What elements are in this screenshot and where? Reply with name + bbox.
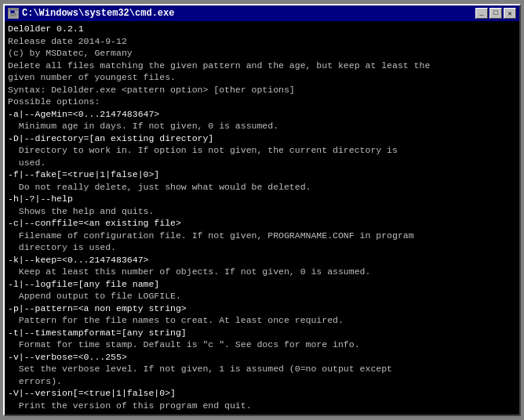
terminal-line: Filename of configuration file. If not g… [8, 230, 516, 242]
minimize-button[interactable]: _ [475, 8, 488, 19]
terminal-line: (c) by MSDatec, Germany [8, 47, 516, 60]
terminal-line: -a|--AgeMin=<0...2147483647> [8, 108, 516, 121]
terminal-line: Directory to work in. If option is not g… [8, 144, 516, 157]
window-title: C:\Windows\system32\cmd.exe [22, 8, 174, 19]
terminal-line: directory is used. [8, 241, 516, 254]
terminal-line: -k|--keep=<0...2147483647> [8, 254, 516, 266]
terminal-line: -h|-?|--help [8, 193, 516, 205]
terminal-line: -v|--verbose=<0...255> [8, 351, 516, 364]
terminal-line: Set the verbose level. If not given, 1 i… [8, 363, 516, 375]
svg-rect-1 [10, 10, 15, 13]
terminal-line: Print the version of this program end qu… [8, 400, 516, 412]
terminal-line: errors). [8, 375, 516, 388]
terminal-line: Append output to file LOGFILE. [8, 290, 516, 302]
title-bar: C:\Windows\system32\cmd.exe _ □ ✕ [5, 5, 519, 21]
title-buttons: _ □ ✕ [475, 8, 516, 19]
terminal-line: Syntax: Del0lder.exe <pattern option> [o… [8, 84, 516, 96]
terminal-line: Delete all files matching the given patt… [8, 60, 516, 72]
terminal-line: Del0lder 0.2.1 [8, 23, 516, 35]
close-button[interactable]: ✕ [504, 8, 516, 19]
terminal-line: -f|--fake[=<true|1|false|0>] [8, 168, 516, 181]
terminal-line: Keep at least this number of objects. If… [8, 266, 516, 278]
terminal-line: Pattern for the file names to creat. At … [8, 314, 516, 327]
terminal-line: Minimum age in days. If not given, 0 is … [8, 120, 516, 132]
terminal-line: -l|--logfile=[any file name] [8, 278, 516, 291]
cmd-window: C:\Windows\system32\cmd.exe _ □ ✕ Del0ld… [3, 4, 521, 416]
terminal-line: -p|--pattern=<a non empty string> [8, 302, 516, 315]
terminal-line: -V|--version[=<true|1|false|0>] [8, 387, 516, 400]
terminal-line: -c|--conffile=<an existing file> [8, 217, 516, 230]
terminal-line: Release date 2014-9-12 [8, 35, 516, 48]
title-bar-left: C:\Windows\system32\cmd.exe [8, 8, 174, 19]
window-icon [8, 8, 19, 19]
terminal-line: -t|--timestampformat=[any string] [8, 327, 516, 339]
terminal-line: -x|--exclude=<a non empty string> [8, 412, 516, 415]
terminal-line: given number of youngest files. [8, 71, 516, 84]
terminal-line: used. [8, 157, 516, 169]
terminal-line: Do not really delete, just show what wou… [8, 181, 516, 194]
terminal-line: Possible options: [8, 96, 516, 108]
terminal-line: Format for time stamp. Default is "c ". … [8, 339, 516, 351]
terminal-line: -D|--directory=[an existing directory] [8, 132, 516, 145]
terminal-content: Del0lder 0.2.1Release date 2014-9-12(c) … [5, 21, 519, 415]
terminal-line: Shows the help and quits. [8, 205, 516, 218]
maximize-button[interactable]: □ [489, 8, 502, 19]
